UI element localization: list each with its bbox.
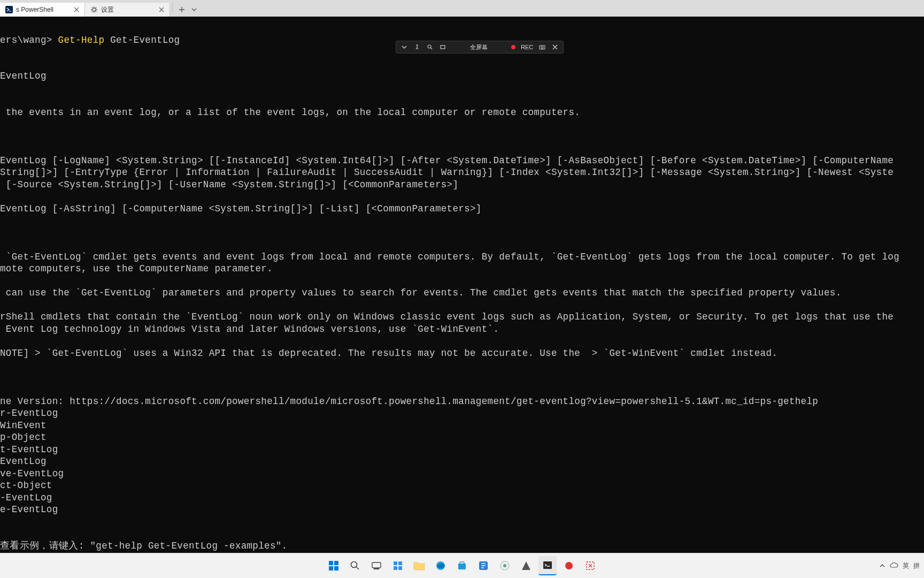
svg-point-32 (503, 564, 506, 567)
svg-rect-16 (334, 561, 338, 565)
svg-rect-24 (398, 561, 402, 565)
rectangle-icon[interactable] (439, 43, 446, 51)
gear-icon (90, 6, 98, 13)
record-indicator-icon (511, 45, 515, 49)
svg-rect-23 (394, 561, 397, 565)
app-button-1[interactable] (474, 557, 492, 575)
svg-rect-34 (543, 561, 552, 569)
svg-point-19 (351, 562, 357, 568)
close-icon[interactable] (158, 6, 165, 13)
svg-line-9 (92, 11, 93, 12)
rec-label: REC (521, 44, 533, 50)
svg-rect-21 (372, 562, 381, 568)
store-button[interactable] (453, 557, 471, 575)
search-icon[interactable] (426, 43, 434, 51)
svg-point-14 (541, 47, 543, 49)
svg-line-8 (96, 7, 96, 8)
svg-rect-26 (398, 566, 402, 570)
svg-rect-15 (329, 561, 333, 565)
onedrive-icon[interactable] (890, 562, 898, 569)
new-tab-button[interactable] (176, 4, 188, 16)
chevron-down-icon[interactable] (401, 43, 408, 51)
terminal-taskbar-button[interactable] (538, 556, 557, 575)
system-tray: 英 拼 (879, 553, 920, 578)
svg-line-7 (96, 11, 96, 12)
terminal-pane[interactable]: ers\wang> Get-Help Get-EventLog EventLog… (0, 17, 924, 578)
svg-marker-33 (522, 561, 530, 570)
svg-line-6 (92, 7, 93, 8)
close-icon[interactable] (73, 6, 80, 13)
svg-rect-17 (329, 566, 333, 571)
screen-recorder-toolbar[interactable]: 全屏幕 REC (396, 41, 564, 54)
terminal-output: ers\wang> Get-Help Get-EventLog EventLog… (0, 34, 924, 552)
svg-rect-22 (374, 568, 379, 569)
tab-separator (172, 3, 173, 12)
ime-lang[interactable]: 英 (903, 561, 909, 571)
fullscreen-label: 全屏幕 (470, 43, 488, 51)
widgets-button[interactable] (389, 557, 407, 575)
tab-dropdown-button[interactable] (189, 4, 199, 16)
tab-label: s PowerShell (16, 6, 53, 13)
tab-settings[interactable]: 设置 (85, 3, 170, 17)
svg-rect-18 (334, 566, 338, 571)
pin-icon[interactable] (413, 43, 421, 51)
tab-powershell[interactable]: s PowerShell (0, 3, 85, 17)
svg-rect-29 (460, 562, 464, 564)
app-button-3[interactable] (517, 557, 535, 575)
svg-point-10 (428, 45, 431, 48)
record-app-button[interactable] (560, 557, 578, 575)
ime-mode[interactable]: 拼 (913, 561, 920, 571)
snip-button[interactable] (581, 557, 599, 575)
app-button-2[interactable] (496, 557, 514, 575)
powershell-icon (5, 6, 13, 13)
svg-line-11 (430, 48, 432, 49)
window-tab-bar: s PowerShell 设置 (0, 0, 924, 17)
close-icon[interactable] (551, 43, 559, 51)
svg-line-20 (356, 567, 359, 569)
camera-icon[interactable] (538, 43, 546, 51)
svg-point-35 (565, 562, 573, 569)
task-view-button[interactable] (367, 557, 386, 575)
start-button[interactable] (325, 557, 343, 575)
svg-rect-25 (394, 566, 397, 570)
svg-rect-12 (441, 45, 445, 49)
search-button[interactable] (346, 557, 364, 575)
windows-taskbar: 英 拼 (0, 553, 924, 578)
edge-button[interactable] (432, 557, 450, 575)
tray-chevron-up-icon[interactable] (879, 562, 886, 569)
file-explorer-button[interactable] (410, 557, 428, 575)
taskbar-center (325, 556, 599, 575)
svg-point-1 (93, 8, 96, 11)
tab-label: 设置 (101, 5, 114, 14)
